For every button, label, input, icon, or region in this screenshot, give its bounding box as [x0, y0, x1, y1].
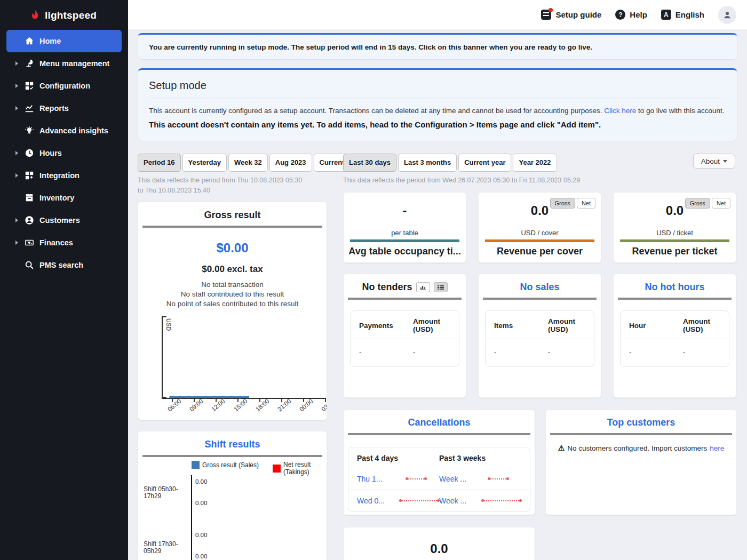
about-dropdown[interactable]: About — [693, 154, 735, 169]
bar-chart-icon — [420, 285, 426, 290]
column-header: Amount (USD) — [683, 317, 720, 333]
setup-panel-body: This account is currently configured as … — [149, 107, 726, 115]
left-period-note: This data reflects the period from Thu 1… — [138, 175, 308, 196]
top-customers-card: Top customers No customers configured. I… — [545, 410, 737, 515]
setup-panel-title: Setup mode — [149, 79, 726, 92]
sidebar-item-advanced-insights[interactable]: Advanced insights — [6, 119, 122, 142]
list-view-button[interactable] — [434, 282, 448, 292]
sidebar-item-hours[interactable]: Hours — [6, 142, 122, 164]
cell-value: - — [359, 348, 413, 356]
no-hot-hours-title: No hot hours — [645, 282, 705, 293]
sidebar-item-reports[interactable]: Reports — [6, 97, 122, 119]
title-underline — [483, 298, 597, 300]
import-customers-link[interactable]: here — [710, 444, 724, 452]
cell-value: - — [629, 348, 683, 356]
period-button-last30days[interactable]: Last 30 days — [343, 154, 396, 172]
gross-result-title: Gross result — [138, 210, 327, 221]
data-point-markers — [170, 396, 173, 398]
home-icon — [24, 36, 34, 46]
table-row: -- — [621, 339, 729, 366]
day-link[interactable]: Wed 0... — [357, 497, 400, 505]
top-customers-title: Top customers — [546, 417, 736, 428]
language-label: English — [676, 10, 704, 19]
category-label: Shift 17h30-05h29 — [144, 541, 188, 555]
day-link[interactable]: Thu 1... — [357, 475, 406, 483]
column-header: Hour — [629, 322, 683, 330]
go-live-link[interactable]: Click here — [604, 107, 636, 115]
period-button-year2022[interactable]: Year 2022 — [513, 154, 557, 172]
no-sales-title: No sales — [520, 282, 559, 293]
about-label: About — [701, 157, 720, 165]
language-icon — [661, 10, 671, 20]
kpi-value: 0.0 — [614, 203, 736, 218]
kpi-value: 0.0 — [479, 203, 601, 218]
customers-icon — [24, 215, 34, 226]
week-link[interactable]: Week ... — [439, 475, 488, 483]
column-header: Amount (USD) — [413, 317, 450, 333]
gross-amount: $0.00 — [138, 241, 327, 255]
sparkline — [400, 500, 439, 501]
bar-value-label: 0.00 — [195, 553, 207, 559]
cell-value: - — [413, 348, 450, 356]
sidebar-item-integration[interactable]: Integration — [6, 164, 122, 187]
column-header: Payments — [359, 322, 413, 330]
setup-guide-label: Setup guide — [555, 10, 601, 19]
column-header: Amount (USD) — [548, 317, 585, 333]
sidebar-item-finances[interactable]: Finances — [6, 231, 122, 254]
cancellations-table: Past 4 days Past 3 weeks Thu 1... Week .… — [348, 447, 530, 512]
cancellations-card: Cancellations Past 4 days Past 3 weeks T… — [343, 410, 535, 515]
kpi-value: 0.0 — [344, 541, 535, 556]
sparkline — [488, 478, 508, 479]
title-underline — [142, 455, 322, 457]
sidebar-item-inventory[interactable]: Inventory — [6, 187, 122, 209]
sidebar-item-home[interactable]: Home — [6, 30, 122, 52]
message-text: No customers configured. Import customer… — [567, 444, 707, 452]
period-button-period16[interactable]: Period 16 — [138, 154, 181, 172]
revenue-per-cover-card: Gross Net 0.0 USD / cover Revenue per co… — [478, 192, 601, 263]
week-link[interactable]: Week ... — [439, 497, 482, 505]
no-sales-card: No sales ItemsAmount (USD) -- — [478, 274, 601, 398]
gross-result-card: Gross result $0.00 $0.00 excl. tax No to… — [138, 202, 327, 420]
sidebar-item-customers[interactable]: Customers — [6, 209, 122, 231]
list-icon — [438, 285, 444, 290]
no-tenders-card: No tenders PaymentsAmount (USD) -- — [343, 274, 466, 398]
setup-body-text-after: to go live with this account. — [638, 107, 724, 115]
chevron-right-icon — [15, 106, 18, 110]
sidebar-item-configuration[interactable]: Configuration — [6, 75, 122, 97]
bottom-kpi-card: 0.0 — [343, 527, 535, 560]
sidebar-item-label: Integration — [39, 171, 80, 180]
chevron-right-icon — [15, 173, 18, 178]
period-button-week32[interactable]: Week 32 — [228, 154, 268, 172]
clock-icon — [24, 148, 34, 158]
chevron-right-icon — [15, 61, 18, 66]
sidebar-item-pms-search[interactable]: PMS search — [6, 254, 122, 276]
topbar: Setup guide Help English — [128, 0, 747, 29]
table-row: -- — [351, 339, 459, 366]
lightbulb-icon — [24, 126, 34, 136]
category-label: Shift 05h30-17h29 — [144, 486, 188, 500]
finances-icon — [24, 238, 34, 248]
language-button[interactable]: English — [661, 10, 704, 20]
kpi-unit: USD / cover — [479, 229, 601, 237]
help-button[interactable]: Help — [615, 10, 647, 20]
period-button-last3months[interactable]: Last 3 months — [398, 154, 457, 172]
avg-table-occupancy-card: - per table Avg table occupancy ti... — [343, 192, 466, 263]
sidebar-item-label: Advanced insights — [39, 126, 108, 135]
sidebar-item-menu-management[interactable]: Menu management — [6, 52, 122, 75]
shift-results-card: Shift results Gross result (Sales) Net r… — [138, 431, 327, 560]
setup-mode-banner[interactable]: You are currently running in setup mode.… — [138, 33, 737, 60]
chart-axis — [191, 475, 192, 560]
help-label: Help — [630, 10, 647, 19]
cell-value: - — [548, 348, 585, 356]
gross-excl-tax: $0.00 excl. tax — [138, 264, 327, 275]
period-button-yesterday[interactable]: Yesterday — [182, 154, 227, 172]
period-button-aug2023[interactable]: Aug 2023 — [269, 154, 312, 172]
reports-icon — [24, 103, 34, 114]
title-underline — [348, 433, 530, 435]
period-button-current-year-2[interactable]: Current year — [458, 154, 511, 172]
chart-view-button[interactable] — [416, 282, 430, 292]
user-avatar[interactable] — [718, 6, 736, 24]
setup-guide-button[interactable]: Setup guide — [541, 10, 601, 20]
sales-table: ItemsAmount (USD) -- — [485, 310, 594, 367]
kpi-value: - — [344, 203, 466, 218]
